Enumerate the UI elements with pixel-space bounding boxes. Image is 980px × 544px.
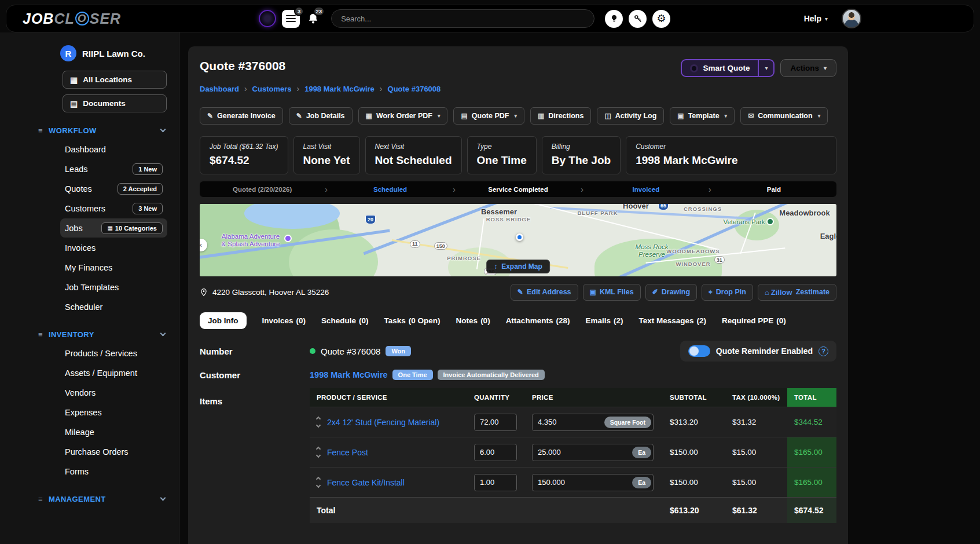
product-link[interactable]: Fence Post xyxy=(327,448,368,457)
sidebar-item-assets-equipment[interactable]: Assets / Equipment xyxy=(60,363,167,382)
generate-invoice-button[interactable]: ✎Generate Invoice xyxy=(200,107,283,125)
access-button[interactable] xyxy=(629,10,647,28)
chevron-down-icon xyxy=(316,453,321,458)
sidebar-item-mileage[interactable]: Mileage xyxy=(60,422,167,441)
drop-pin-button[interactable]: ⌖Drop Pin xyxy=(702,284,753,301)
sidebar-item-vendors[interactable]: Vendors xyxy=(60,383,167,402)
directions-button[interactable]: ▥Directions xyxy=(530,107,591,125)
subtotal-cell: $150.00 xyxy=(663,468,725,498)
sidebar-item-label: Quotes xyxy=(65,184,92,193)
reorder-handle[interactable] xyxy=(317,477,320,487)
step-scheduled[interactable]: Scheduled xyxy=(328,186,453,193)
categories-icon: ▦ xyxy=(107,225,112,231)
tax-cell: $15.00 xyxy=(725,468,787,498)
sidebar-section-workflow[interactable]: ≡ WORKFLOW xyxy=(38,126,165,135)
col-price: PRICE xyxy=(525,388,663,407)
map-label-area: WINDOVER xyxy=(676,261,710,267)
messages-button[interactable]: 3 xyxy=(282,10,300,28)
breadcrumb-dashboard[interactable]: Dashboard xyxy=(200,85,239,93)
interstate-shield: 65 xyxy=(658,204,669,210)
breadcrumb-customers[interactable]: Customers xyxy=(252,85,292,93)
tab-emails[interactable]: Emails(2) xyxy=(585,312,623,329)
job-details-button[interactable]: ✎Job Details xyxy=(289,107,353,125)
sidebar-item-scheduler[interactable]: Scheduler xyxy=(60,297,167,316)
tab-required-ppe[interactable]: Required PPE(0) xyxy=(722,312,786,329)
sidebar-section-inventory[interactable]: ≡ INVENTORY xyxy=(38,330,165,339)
tab-text-messages[interactable]: Text Messages(2) xyxy=(638,312,706,329)
settings-button[interactable]: ⚙ xyxy=(652,10,670,28)
communication-button[interactable]: ✉Communication▾ xyxy=(740,107,828,125)
leads-badge: 1 New xyxy=(133,163,163,175)
sidebar-item-expenses[interactable]: Expenses xyxy=(60,403,167,422)
search-input[interactable] xyxy=(331,9,594,28)
tab-tasks[interactable]: Tasks(0 Open) xyxy=(384,312,441,329)
customer-link[interactable]: 1998 Mark McGwire xyxy=(310,370,388,379)
quantity-input[interactable] xyxy=(474,444,517,461)
chevron-down-icon: ▾ xyxy=(438,113,441,119)
app-logo[interactable]: JOBCLOSER xyxy=(23,10,121,27)
sidebar-item-products-services[interactable]: Products / Services xyxy=(60,344,167,363)
zillow-zestimate-button[interactable]: ⌂Zillow Zestimate xyxy=(758,284,836,301)
sidebar-item-my-finances[interactable]: My Finances xyxy=(60,258,167,277)
locations-icon: ▦ xyxy=(70,75,78,85)
tab-notes[interactable]: Notes(0) xyxy=(456,312,490,329)
reorder-handle[interactable] xyxy=(317,447,320,457)
sidebar-item-invoices[interactable]: Invoices xyxy=(60,238,167,257)
product-link[interactable]: Fence Gate Kit/Install xyxy=(327,478,405,487)
breadcrumb-customer-name[interactable]: 1998 Mark McGwire xyxy=(304,85,375,93)
sidebar-section-management[interactable]: ≡ MANAGEMENT xyxy=(38,495,165,503)
ideas-button[interactable] xyxy=(605,10,623,28)
sidebar-item-customers[interactable]: Customers3 New xyxy=(60,199,167,218)
product-link[interactable]: 2x4 12' Stud (Fencing Material) xyxy=(327,418,439,427)
notifications-count-badge: 23 xyxy=(313,6,325,16)
quote-pdf-button[interactable]: ▤Quote PDF▾ xyxy=(453,107,524,125)
smart-quote-button[interactable]: Smart Quote ▾ xyxy=(681,59,775,77)
tab-job-info[interactable]: Job Info xyxy=(200,312,247,329)
sidebar-item-quotes[interactable]: Quotes2 Accepted xyxy=(60,179,167,198)
sidebar-item-forms[interactable]: Forms xyxy=(60,462,167,481)
section-inventory-label: INVENTORY xyxy=(49,330,94,339)
items-total-row: Total $613.20 $61.32 $674.52 xyxy=(310,498,836,523)
step-quoted[interactable]: Quoted (2/20/2026) xyxy=(200,186,325,193)
step-paid[interactable]: Paid xyxy=(711,186,836,193)
drawing-button[interactable]: ✐Drawing xyxy=(645,284,697,301)
all-locations-button[interactable]: ▦ All Locations xyxy=(63,71,167,89)
step-service-completed[interactable]: Service Completed xyxy=(456,186,581,193)
quote-reminder-toggle[interactable] xyxy=(688,345,710,357)
company-row[interactable]: R RIIPL Lawn Co. xyxy=(60,45,179,61)
location-map[interactable]: Bessemer ROSS BRIDGE BLUFF PARK Hoover C… xyxy=(200,204,836,276)
sidebar-item-jobs[interactable]: Jobs ▦10 Categories xyxy=(60,218,167,238)
notifications-button[interactable]: 23 xyxy=(306,10,321,28)
map-location-marker[interactable] xyxy=(516,233,523,241)
section-lines-icon: ≡ xyxy=(38,126,43,135)
reorder-handle[interactable] xyxy=(317,417,320,427)
help-circle-icon[interactable]: ? xyxy=(818,346,828,356)
pin-icon: ⌖ xyxy=(709,288,713,296)
kml-files-button[interactable]: ▣KML Files xyxy=(583,284,641,301)
actions-button[interactable]: Actions ▾ xyxy=(780,59,836,77)
tab-attachments[interactable]: Attachments(28) xyxy=(506,312,570,329)
step-invoiced[interactable]: Invoiced xyxy=(583,186,709,193)
status-spinner-icon[interactable] xyxy=(259,10,276,27)
breadcrumb-quote[interactable]: Quote #376008 xyxy=(388,85,441,93)
template-button[interactable]: ▣Template▾ xyxy=(670,107,735,125)
smart-quote-dropdown[interactable]: ▾ xyxy=(758,60,773,76)
sidebar-item-leads[interactable]: Leads1 New xyxy=(60,159,167,178)
help-menu[interactable]: Help ▾ xyxy=(804,14,828,23)
sidebar-item-purchase-orders[interactable]: Purchase Orders xyxy=(60,442,167,461)
activity-log-button[interactable]: ◫Activity Log xyxy=(597,107,664,125)
work-order-pdf-button[interactable]: ▦Work Order PDF▾ xyxy=(358,107,448,125)
stat-label: Billing xyxy=(552,143,611,151)
documents-button[interactable]: ▤ Documents xyxy=(63,94,167,112)
sidebar-item-label: Expenses xyxy=(65,408,102,417)
quantity-input[interactable] xyxy=(474,414,517,431)
expand-map-button[interactable]: ↕ Expand Map xyxy=(486,260,550,273)
quantity-input[interactable] xyxy=(474,474,517,491)
edit-address-button[interactable]: ✎Edit Address xyxy=(511,284,578,301)
sidebar-item-job-templates[interactable]: Job Templates xyxy=(60,278,167,297)
tab-schedule[interactable]: Schedule(0) xyxy=(321,312,369,329)
user-avatar[interactable] xyxy=(842,9,861,28)
tab-invoices[interactable]: Invoices(0) xyxy=(262,312,306,329)
sidebar-item-dashboard[interactable]: Dashboard xyxy=(60,140,167,159)
key-icon xyxy=(633,14,643,23)
